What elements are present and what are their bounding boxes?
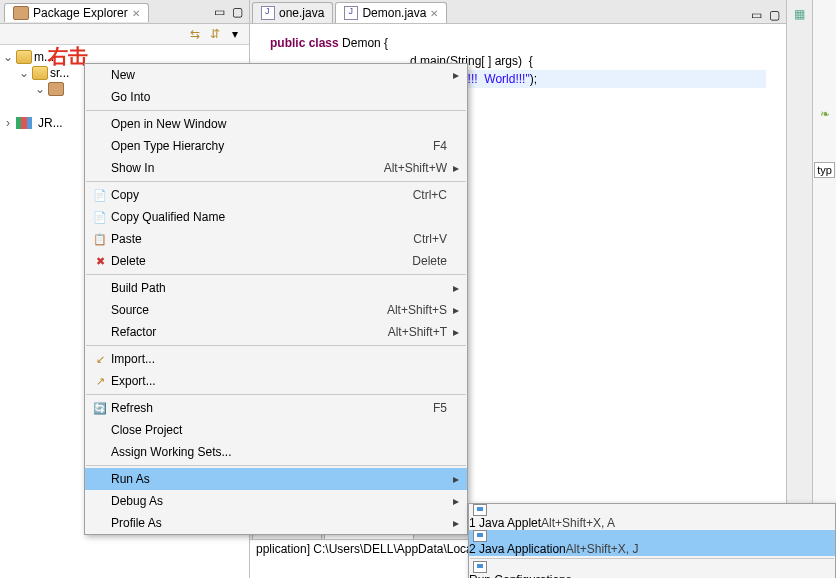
menu-item-run-as[interactable]: Run As▸ — [85, 468, 467, 490]
menu-item-assign-working-sets-[interactable]: Assign Working Sets... — [85, 441, 467, 463]
project-icon — [16, 50, 32, 64]
chevron-down-icon[interactable]: ⌄ — [2, 50, 14, 64]
type-hierarchy-label[interactable]: typ — [814, 162, 835, 178]
collapse-all-icon[interactable]: ⇆ — [187, 26, 203, 42]
menu-item-refactor[interactable]: RefactorAlt+Shift+T▸ — [85, 321, 467, 343]
menu-label: Paste — [111, 232, 413, 246]
copyq-icon: 📄 — [89, 211, 111, 224]
chevron-right-icon[interactable]: › — [2, 116, 14, 130]
submenu-arrow-icon: ▸ — [447, 516, 459, 530]
menu-shortcut: Alt+Shift+X, J — [566, 542, 639, 556]
menu-shortcut: Alt+Shift+S — [387, 303, 447, 317]
delete-icon: ✖ — [89, 255, 111, 268]
copy-icon: 📄 — [89, 189, 111, 202]
menu-shortcut: Ctrl+C — [413, 188, 447, 202]
menu-label: Export... — [111, 374, 447, 388]
submenu-arrow-icon: ▸ — [447, 303, 459, 317]
menu-item-build-path[interactable]: Build Path▸ — [85, 277, 467, 299]
menu-label: Refactor — [111, 325, 388, 339]
menu-item-copy-qualified-name[interactable]: 📄Copy Qualified Name — [85, 206, 467, 228]
leaf-icon[interactable]: ❧ — [817, 106, 833, 122]
close-icon[interactable]: ✕ — [430, 8, 438, 19]
java-file-icon — [344, 6, 358, 20]
submenu-arrow-icon: ▸ — [447, 68, 459, 82]
menu-item-close-project[interactable]: Close Project — [85, 419, 467, 441]
menu-label: Copy — [111, 188, 413, 202]
submenu-arrow-icon: ▸ — [447, 281, 459, 295]
editor-tab-demon[interactable]: Demon.java ✕ — [335, 2, 447, 23]
link-editor-icon[interactable]: ⇵ — [207, 26, 223, 42]
chevron-down-icon[interactable]: ⌄ — [18, 66, 30, 80]
menu-label: Debug As — [111, 494, 447, 508]
submenu-arrow-icon: ▸ — [447, 472, 459, 486]
java-run-icon — [469, 561, 491, 573]
right-trim: ▦ — [786, 0, 812, 578]
submenu-item-2-java-application[interactable]: 2 Java ApplicationAlt+Shift+X, J — [469, 530, 835, 556]
tab-label: Demon.java — [362, 6, 426, 20]
tree-label: JR... — [38, 116, 63, 130]
menu-label: Delete — [111, 254, 412, 268]
menu-item-source[interactable]: SourceAlt+Shift+S▸ — [85, 299, 467, 321]
package-explorer-icon — [13, 6, 29, 20]
menu-label: 1 Java Applet — [469, 516, 541, 530]
menu-label: Import... — [111, 352, 447, 366]
menu-shortcut: Alt+Shift+T — [388, 325, 447, 339]
menu-item-import-[interactable]: ↙Import... — [85, 348, 467, 370]
menu-label: New — [111, 68, 447, 82]
menu-item-paste[interactable]: 📋PasteCtrl+V — [85, 228, 467, 250]
menu-item-go-into[interactable]: Go Into — [85, 86, 467, 108]
menu-item-export-[interactable]: ↗Export... — [85, 370, 467, 392]
chevron-down-icon[interactable]: ⌄ — [34, 82, 46, 96]
view-menu-icon[interactable]: ▾ — [227, 26, 243, 42]
menu-shortcut: Delete — [412, 254, 447, 268]
close-icon[interactable]: ✕ — [132, 8, 140, 19]
menu-label: Refresh — [111, 401, 433, 415]
java-file-icon — [261, 6, 275, 20]
menu-item-refresh[interactable]: 🔄RefreshF5 — [85, 397, 467, 419]
menu-item-debug-as[interactable]: Debug As▸ — [85, 490, 467, 512]
export-icon: ↗ — [89, 375, 111, 388]
minimize-icon[interactable]: ▭ — [211, 4, 227, 20]
menu-item-show-in[interactable]: Show InAlt+Shift+W▸ — [85, 157, 467, 179]
submenu-arrow-icon: ▸ — [447, 161, 459, 175]
menu-shortcut: F5 — [433, 401, 447, 415]
menu-item-new[interactable]: New▸ — [85, 64, 467, 86]
right-minimized-stack: ❧ typ — [812, 0, 836, 578]
menu-label: 2 Java Application — [469, 542, 566, 556]
menu-label: Profile As — [111, 516, 447, 530]
tab-label: one.java — [279, 6, 324, 20]
menu-label: Go Into — [111, 90, 447, 104]
maximize-icon[interactable]: ▢ — [766, 7, 782, 23]
menu-item-profile-as[interactable]: Profile As▸ — [85, 512, 467, 534]
maximize-icon[interactable]: ▢ — [229, 4, 245, 20]
tree-label: m... — [34, 50, 54, 64]
submenu-arrow-icon: ▸ — [447, 494, 459, 508]
menu-item-delete[interactable]: ✖DeleteDelete — [85, 250, 467, 272]
tree-label: sr... — [50, 66, 69, 80]
minimize-icon[interactable]: ▭ — [748, 7, 764, 23]
menu-item-open-type-hierarchy[interactable]: Open Type HierarchyF4 — [85, 135, 467, 157]
menu-label: Source — [111, 303, 387, 317]
submenu-arrow-icon: ▸ — [447, 325, 459, 339]
menu-shortcut: F4 — [433, 139, 447, 153]
editor-tab-one[interactable]: one.java — [252, 2, 333, 23]
outline-icon[interactable]: ▦ — [792, 6, 808, 22]
menu-item-open-in-new-window[interactable]: Open in New Window — [85, 113, 467, 135]
run-as-submenu: 1 Java AppletAlt+Shift+X, A2 Java Applic… — [468, 503, 836, 578]
menu-label: Assign Working Sets... — [111, 445, 447, 459]
menu-label: Copy Qualified Name — [111, 210, 447, 224]
package-icon — [48, 82, 64, 96]
menu-label: Build Path — [111, 281, 447, 295]
java-run-icon — [469, 530, 491, 542]
menu-label: Run As — [111, 472, 447, 486]
menu-label: Open in New Window — [111, 117, 447, 131]
menu-item-copy[interactable]: 📄CopyCtrl+C — [85, 184, 467, 206]
refresh-icon: 🔄 — [89, 402, 111, 415]
menu-shortcut: Alt+Shift+X, A — [541, 516, 615, 530]
package-explorer-tab[interactable]: Package Explorer ✕ — [4, 3, 149, 22]
submenu-item-run-configurations-[interactable]: Run Configurations... — [469, 561, 835, 578]
import-icon: ↙ — [89, 353, 111, 366]
submenu-item-1-java-applet[interactable]: 1 Java AppletAlt+Shift+X, A — [469, 504, 835, 530]
paste-icon: 📋 — [89, 233, 111, 246]
context-menu: New▸Go IntoOpen in New WindowOpen Type H… — [84, 63, 468, 535]
